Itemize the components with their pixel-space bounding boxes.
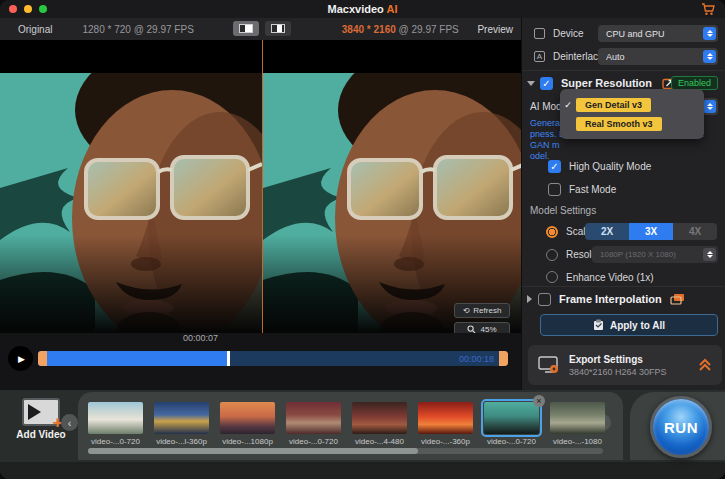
slider-view-icon xyxy=(271,24,285,33)
enhanced-video-pane xyxy=(263,40,521,333)
stepper-icon xyxy=(703,50,716,63)
current-time: 00:00:07 xyxy=(183,333,218,343)
video-compare-area[interactable]: ⟲ Refresh 45% xyxy=(0,40,521,333)
thumbnail-image[interactable] xyxy=(484,402,539,434)
thumbnail-label: video-...0-720 xyxy=(484,437,539,446)
export-settings-value: 3840*2160 H264 30FPS xyxy=(569,367,667,377)
app-window: Macxvideo AI Original 1280 * 720 @ 29.97… xyxy=(0,0,725,479)
thumbnail-image[interactable] xyxy=(352,402,407,434)
super-resolution-checkbox[interactable]: ✓ xyxy=(540,77,553,90)
compare-divider[interactable] xyxy=(262,40,263,333)
preview-header: Original 1280 * 720 @ 29.97 FPS 3840 * 2… xyxy=(0,18,521,40)
export-settings-icon xyxy=(537,355,561,375)
thumbnail-label: video-...-360p xyxy=(418,437,473,446)
seek-bar[interactable]: 00:00:18 xyxy=(38,351,508,366)
deinterlacing-dropdown[interactable]: Auto xyxy=(598,48,718,65)
thumbnail-image[interactable] xyxy=(88,402,143,434)
menu-item-gen-detail[interactable]: ✓ Gen Detail v3 xyxy=(560,96,704,113)
enhance-video-radio[interactable] xyxy=(546,271,558,283)
frame-interpolation-checkbox[interactable] xyxy=(538,293,551,306)
clipboard-icon xyxy=(593,319,604,331)
scale-4x-button[interactable]: 4X xyxy=(673,223,717,240)
enhanced-resolution: 3840 * 2160 @ 29.97 FPS xyxy=(342,24,459,35)
device-dropdown[interactable]: CPU and GPU xyxy=(598,25,718,42)
device-label: Device xyxy=(553,28,584,39)
trim-handle-end[interactable] xyxy=(499,351,508,366)
scale-2x-button[interactable]: 2X xyxy=(585,223,629,240)
high-quality-checkbox[interactable]: ✓ xyxy=(548,160,561,173)
scale-3x-button[interactable]: 3X xyxy=(629,223,673,240)
fast-mode-checkbox[interactable] xyxy=(548,183,561,196)
play-icon: ▶ xyxy=(18,354,25,364)
play-button[interactable]: ▶ xyxy=(8,346,33,371)
split-view-toggle[interactable] xyxy=(233,21,259,36)
slider-view-toggle[interactable] xyxy=(265,21,291,36)
collapse-arrow-icon[interactable] xyxy=(527,81,535,86)
video-thumbnail[interactable]: video-...1080p xyxy=(220,402,275,446)
apply-to-all-button[interactable]: Apply to All xyxy=(540,314,718,336)
video-thumbnail[interactable]: video-...0-720 xyxy=(88,402,143,446)
thumbnail-label: video-...-1080 xyxy=(550,437,605,446)
playhead[interactable] xyxy=(227,351,230,366)
ai-model-menu: ✓ Gen Detail v3 Real Smooth v3 xyxy=(560,89,704,139)
expand-arrow-icon[interactable] xyxy=(527,295,532,303)
thumbnail-label: video-...0-720 xyxy=(88,437,143,446)
super-resolution-label: Super Resolution xyxy=(561,77,652,89)
original-video-pane xyxy=(0,40,262,333)
video-thumbnail[interactable]: video-...l-360p xyxy=(154,402,209,446)
thumbnail-image[interactable] xyxy=(418,402,473,434)
stepper-icon xyxy=(703,27,716,40)
run-button[interactable]: RUN xyxy=(650,396,712,458)
video-thumbnail[interactable]: video-...0-720 xyxy=(286,402,341,446)
scale-radio[interactable] xyxy=(546,226,558,238)
thumbnail-image[interactable] xyxy=(154,402,209,434)
collapse-chevrons-icon[interactable] xyxy=(698,357,712,373)
thumbnail-image[interactable] xyxy=(550,402,605,434)
video-thumbnail[interactable]: video-...-360p xyxy=(418,402,473,446)
resolution-radio[interactable] xyxy=(546,249,558,261)
scroll-left-button[interactable]: ‹ xyxy=(61,414,78,431)
add-video-icon: + xyxy=(22,398,60,426)
device-icon xyxy=(534,28,545,39)
deinterlacing-icon: A xyxy=(534,51,545,62)
app-title: Macxvideo AI xyxy=(0,3,725,15)
menu-item-real-smooth[interactable]: Real Smooth v3 xyxy=(560,115,704,132)
fast-mode-label: Fast Mode xyxy=(569,184,616,195)
preview-column: Original 1280 * 720 @ 29.97 FPS 3840 * 2… xyxy=(0,18,521,390)
progress-fill xyxy=(38,351,229,366)
remove-video-icon[interactable]: × xyxy=(533,395,545,407)
refresh-button[interactable]: ⟲ Refresh xyxy=(454,303,510,318)
check-icon: ✓ xyxy=(560,100,576,110)
split-view-icon xyxy=(239,24,253,33)
stepper-icon xyxy=(703,248,716,261)
original-label: Original xyxy=(18,24,52,35)
thumbnail-list: video-...0-720video-...l-360pvideo-...10… xyxy=(88,402,605,446)
end-time: 00:00:18 xyxy=(459,354,494,364)
export-settings-title: Export Settings xyxy=(569,354,667,365)
zoom-level-button[interactable]: 45% xyxy=(454,322,510,333)
export-settings-card[interactable]: Export Settings 3840*2160 H264 30FPS xyxy=(528,345,722,385)
frame-interpolation-label: Frame Interpolation xyxy=(559,293,662,305)
title-bar: Macxvideo AI xyxy=(0,0,725,18)
media-bar: + Add Video ‹ › video-...0-720video-...l… xyxy=(0,390,725,479)
resolution-dropdown: 1080P (1920 X 1080) xyxy=(592,246,718,263)
thumbnail-label: video-...1080p xyxy=(220,437,275,446)
video-thumbnail[interactable]: ×video-...0-720 xyxy=(484,402,539,446)
video-thumbnail[interactable]: video-...4-480 xyxy=(352,402,407,446)
thumbnail-scrollbar[interactable] xyxy=(88,448,603,454)
scrollbar-thumb[interactable] xyxy=(88,448,418,454)
thumbnail-label: video-...l-360p xyxy=(154,437,209,446)
video-thumbnail[interactable]: video-...-1080 xyxy=(550,402,605,446)
trim-handle-start[interactable] xyxy=(38,351,47,366)
thumbnail-image[interactable] xyxy=(286,402,341,434)
preview-label: Preview xyxy=(477,24,513,35)
magnifier-icon xyxy=(467,325,476,333)
high-quality-label: High Quality Mode xyxy=(569,161,651,172)
enhance-video-label: Enhance Video (1x) xyxy=(566,272,654,283)
original-resolution: 1280 * 720 @ 29.97 FPS xyxy=(82,24,193,35)
settings-panel: Device CPU and GPU A Deinterlacing Auto … xyxy=(521,18,725,390)
model-settings-title: Model Settings xyxy=(530,205,596,216)
frames-icon xyxy=(670,293,685,305)
refresh-icon: ⟲ xyxy=(463,306,470,315)
thumbnail-image[interactable] xyxy=(220,402,275,434)
